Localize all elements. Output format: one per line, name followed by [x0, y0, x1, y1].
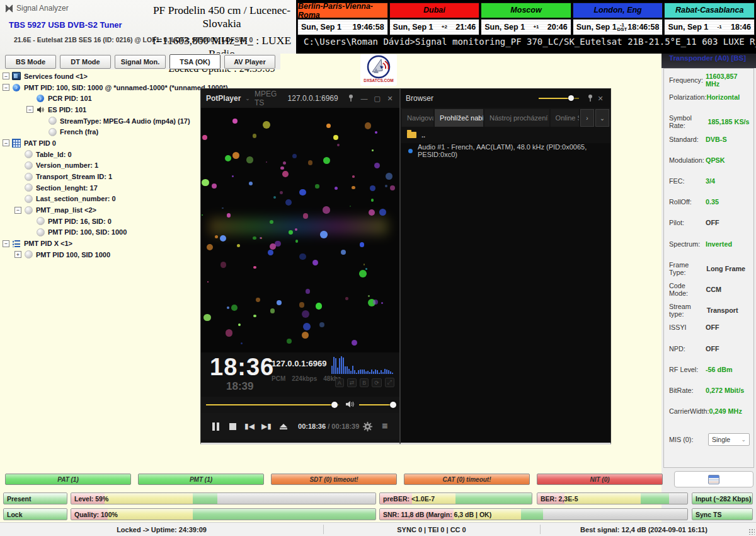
tree-item[interactable]: −♪PMT PID: 100, SID: 1000 @ *unnamed-100…: [3, 82, 199, 93]
tree-item[interactable]: −Version_number: 1: [3, 160, 199, 172]
stream-format-label: MPEG TS: [255, 90, 284, 107]
collapse-icon[interactable]: −: [3, 84, 9, 91]
audio-track-item[interactable]: Audio #1 - French, AAC(LATM), 48.0 kHz (…: [401, 143, 610, 158]
chevron-down-button[interactable]: ⌄: [595, 109, 609, 127]
playback-controls: ▮◀ ▶▮ 00:18:36 / 00:18:39 ≡: [201, 413, 399, 440]
volume-icon[interactable]: [345, 399, 354, 411]
tab-dt-mode[interactable]: DT Mode: [60, 55, 111, 69]
tree-item[interactable]: −ES PID: 101: [3, 104, 199, 115]
next-button[interactable]: ▶▮: [258, 417, 275, 435]
browser-titlebar[interactable]: Browser ✕: [401, 89, 610, 108]
pin-icon[interactable]: [585, 94, 595, 103]
tab-signal-mon-[interactable]: Signal Mon.: [115, 55, 166, 69]
signal-param-value: -56 dBm: [706, 366, 751, 373]
app-icon: [5, 4, 13, 13]
tab-bs-mode[interactable]: BS Mode: [5, 55, 56, 69]
tree-item[interactable]: −StreamType: MPEG-4 Audio (mp4a) (17): [3, 115, 199, 127]
tree-item[interactable]: −French (fra): [3, 126, 199, 137]
ab-repeat-controls[interactable]: A⇄B⟳⤢: [335, 378, 394, 387]
clock-date: Sun, Sep 1: [393, 23, 433, 32]
menu-icon[interactable]: ≡: [376, 417, 393, 435]
elapsed-clock-big: 18:36: [210, 354, 274, 381]
resize-grip[interactable]: [748, 528, 755, 535]
tree-item[interactable]: −PMT_map_list <2>: [3, 204, 199, 216]
potplayer-titlebar[interactable]: PotPlayer ⌄ MPEG TS 127.0.0.1:6969 — ▢ ✕: [201, 89, 399, 108]
tab-tsa-ok-[interactable]: TSA (OK): [169, 54, 220, 69]
pin-icon[interactable]: [347, 94, 356, 103]
collapse-icon[interactable]: −: [3, 139, 9, 146]
transponder-list-button[interactable]: [674, 471, 753, 487]
clock-utc-offset: +1: [525, 25, 547, 29]
world-clock: Berlin-Paris-Vienna-RomaSun, Sep 119:46:…: [297, 3, 388, 35]
volume-knob[interactable]: [390, 402, 396, 408]
potplayer-menu[interactable]: PotPlayer: [206, 94, 241, 103]
chevron-down-icon[interactable]: ⌄: [245, 95, 250, 102]
music-icon: ♪: [36, 95, 45, 103]
mis-select[interactable]: Single⌄: [708, 433, 750, 446]
browser-opacity-slider[interactable]: [539, 98, 579, 99]
signal-param-label: RollOff:: [669, 198, 692, 206]
tree-item[interactable]: −Last_section_number: 0: [3, 194, 199, 205]
folder-up-label: ..: [421, 131, 425, 139]
psi-bar-cat: CAT (0) timeout!: [404, 474, 530, 485]
signal-param-value: Transport: [707, 306, 751, 314]
clock-time-row: Sun, Sep 119:46:58: [297, 19, 388, 35]
tree-item[interactable]: −PMT PID X <1>: [3, 238, 199, 249]
expand-icon[interactable]: +: [14, 251, 21, 258]
seek-knob[interactable]: [331, 402, 338, 408]
seek-bar[interactable]: [206, 404, 339, 405]
eject-button[interactable]: [275, 417, 292, 435]
folder-up-row[interactable]: ..: [401, 127, 610, 143]
maximize-icon[interactable]: ▢: [373, 95, 382, 103]
ball-icon: [48, 128, 57, 136]
tree-item[interactable]: −♪PCR PID: 101: [3, 93, 199, 104]
signal-param-row: RF Level:-56 dBm: [669, 366, 751, 373]
visualization-smear: [209, 218, 388, 235]
tree-item[interactable]: −PAT PID 0: [3, 137, 199, 149]
pause-button[interactable]: [207, 417, 224, 435]
signal-param-row: Stream type:Transport: [669, 303, 751, 318]
stop-button[interactable]: [224, 417, 241, 435]
status-sync-counters: SYNC 0 | TEI 0 | CC 0: [323, 523, 540, 536]
close-icon[interactable]: ✕: [386, 95, 394, 103]
collapse-icon[interactable]: −: [3, 73, 9, 79]
tree-item[interactable]: +PMT PID 100, SID 1000: [3, 249, 199, 260]
tab-av-player[interactable]: AV Player: [224, 55, 275, 69]
tree-item[interactable]: −Section_lenght: 17: [3, 182, 199, 194]
collapse-icon[interactable]: −: [26, 106, 33, 113]
minimize-icon[interactable]: —: [360, 95, 369, 102]
total-clock-small: 18:39: [226, 380, 253, 393]
tree-item[interactable]: −PMT PID: 16, SID: 0: [3, 216, 199, 227]
browser-tab-0[interactable]: Navigovat: [402, 109, 433, 127]
meter-lock: Lock: [3, 508, 67, 520]
signal-param-label: Frame Type:: [669, 261, 706, 276]
mode-tabstrip: BS ModeDT ModeSignal Mon.TSA (OK)AV Play…: [0, 54, 662, 69]
browser-tab-2[interactable]: Nástroj procházení titulků: [484, 109, 549, 127]
tree-item[interactable]: −PMT PID: 100, SID: 1000: [3, 227, 199, 238]
clock-date: Sun, Sep 1: [484, 23, 525, 32]
terminal-window: Berlin-Paris-Vienna-RomaSun, Sep 119:46:…: [296, 0, 756, 54]
mis-label: MIS (0):: [669, 436, 693, 443]
collapse-icon[interactable]: −: [3, 240, 9, 247]
browser-tab-1[interactable]: Prohlížeč nabídky: [435, 109, 483, 127]
browser-tabs: NavigovatProhlížeč nabídkyNástroj prochá…: [401, 108, 610, 127]
visualization-canvas[interactable]: [201, 108, 399, 352]
tree-item-label: PMT PID X <1>: [24, 240, 72, 247]
volume-bar[interactable]: [359, 404, 394, 405]
meter-input: Input (~282 Kbps): [692, 492, 753, 504]
tree-item-label: PCR PID: 101: [48, 95, 92, 102]
signal-param-label: FEC:: [669, 177, 685, 185]
next-arrow-button[interactable]: ›: [580, 109, 594, 127]
tree-item[interactable]: −Transport_Stream ID: 1: [3, 171, 199, 182]
tree-item-label: StreamType: MPEG-4 Audio (mp4a) (17): [60, 117, 190, 125]
settings-gear-icon[interactable]: [359, 417, 376, 435]
tree-item[interactable]: −Table_Id: 0: [3, 149, 199, 160]
tree-item[interactable]: −Services found <1>: [3, 71, 199, 82]
codec-label: PCM: [272, 375, 285, 382]
meter-snr: SNR: 11,8 dB (Margin: 6,3 dB | OK): [379, 508, 688, 520]
slider-knob[interactable]: [568, 95, 574, 101]
previous-button[interactable]: ▮◀: [241, 417, 258, 435]
browser-tab-3[interactable]: Online S: [551, 109, 579, 127]
collapse-icon[interactable]: −: [14, 207, 21, 214]
close-icon[interactable]: ✕: [595, 95, 605, 103]
